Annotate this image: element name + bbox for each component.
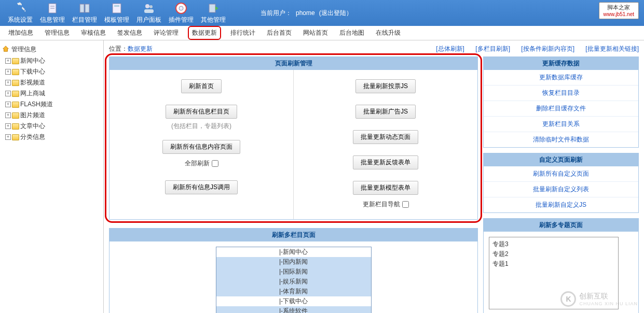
user-label: 当前用户： bbox=[261, 9, 292, 18]
folder-icon bbox=[12, 91, 19, 97]
tree-item-download[interactable]: +下载中心 bbox=[2, 66, 101, 77]
submenu-manage[interactable]: 管理信息 bbox=[43, 27, 72, 39]
svg-marker-14 bbox=[3, 46, 9, 52]
tree-item-video[interactable]: +影视频道 bbox=[2, 77, 101, 88]
list-item[interactable]: |-系统软件 bbox=[216, 306, 371, 313]
folder-icon bbox=[12, 134, 19, 140]
btn-refresh-all-cols[interactable]: 刷新所有信息栏目页 bbox=[166, 105, 237, 119]
expander-icon[interactable]: + bbox=[5, 112, 11, 118]
submenu-rank[interactable]: 排行统计 bbox=[228, 27, 257, 39]
users-icon bbox=[143, 2, 155, 15]
label-update-nav: 更新栏目导航 bbox=[363, 201, 400, 208]
top-right-links: [总体刷新] [多栏目刷新] [按条件刷新内容页] [批量更新相关链接] bbox=[427, 45, 639, 53]
btn-refresh-home[interactable]: 刷新首页 bbox=[181, 79, 222, 93]
submenu-admin-home[interactable]: 后台首页 bbox=[265, 27, 294, 39]
folder-icon bbox=[12, 102, 19, 108]
expander-icon[interactable]: + bbox=[5, 91, 11, 96]
tool-system[interactable]: 系统设置 bbox=[4, 1, 36, 25]
folder-icon bbox=[12, 58, 19, 64]
link-refresh-custom-pages[interactable]: 刷新所有自定义页面 bbox=[484, 166, 638, 181]
logout-link[interactable]: (退出登陆） bbox=[319, 9, 352, 18]
link-all-refresh[interactable]: [总体刷新] bbox=[436, 45, 464, 52]
btn-batch-feedback[interactable]: 批量更新反馈表单 bbox=[353, 155, 418, 169]
btn-refresh-all-js[interactable]: 刷新所有信息JS调用 bbox=[165, 180, 238, 194]
submenu-issue[interactable]: 签发信息 bbox=[115, 27, 144, 39]
btn-batch-dynamic[interactable]: 批量更新动态页面 bbox=[353, 130, 418, 144]
submenu-comment[interactable]: 评论管理 bbox=[152, 27, 181, 39]
expander-icon[interactable]: + bbox=[5, 123, 11, 129]
link-batch-custom-js[interactable]: 批量刷新自定义JS bbox=[484, 197, 638, 212]
link-restore-col-dir[interactable]: 恢复栏目目录 bbox=[484, 85, 638, 101]
custom-panel-title: 自定义页面刷新 bbox=[484, 153, 638, 166]
link-update-db-cache[interactable]: 更新数据库缓存 bbox=[484, 70, 638, 85]
submenu-data-update[interactable]: 数据更新 bbox=[188, 26, 221, 40]
site-logo-url: www.jb51.net bbox=[604, 11, 634, 18]
columns-icon bbox=[78, 2, 91, 15]
tool-users[interactable]: 用户面板 bbox=[133, 1, 165, 25]
list-item[interactable]: 专题3 bbox=[492, 239, 615, 249]
expander-icon[interactable]: + bbox=[5, 134, 11, 140]
tree-item-news[interactable]: +新闻中心 bbox=[2, 55, 101, 66]
content: 位置：数据更新 [总体刷新] [多栏目刷新] [按条件刷新内容页] [批量更新相… bbox=[104, 40, 644, 313]
tree-item-classify[interactable]: +分类信息 bbox=[2, 132, 101, 143]
expander-icon[interactable]: + bbox=[5, 58, 11, 64]
expander-icon[interactable]: + bbox=[5, 69, 11, 75]
user-name: phome bbox=[296, 9, 315, 17]
tree-item-pic[interactable]: +图片频道 bbox=[2, 110, 101, 121]
site-logo[interactable]: 脚本之家 www.jb51.net bbox=[599, 2, 639, 19]
list-item[interactable]: |-下载中心 bbox=[216, 296, 371, 306]
label-all-refresh: 全部刷新 bbox=[185, 160, 210, 167]
list-item[interactable]: |-娱乐新闻 bbox=[216, 277, 371, 287]
link-update-col-rel[interactable]: 更新栏目关系 bbox=[484, 116, 638, 132]
link-batch-custom-list[interactable]: 批量刷新自定义列表 bbox=[484, 181, 638, 197]
expander-icon[interactable]: + bbox=[5, 102, 11, 107]
folder-icon bbox=[12, 123, 19, 130]
multi-col-listbox[interactable]: |-新闻中心 |-国内新闻 |-国际新闻 |-娱乐新闻 |-体育新闻 |-下载中… bbox=[216, 247, 372, 313]
watermark: K 创新互联 CHUANG XIN HU LIAN bbox=[560, 291, 638, 307]
tool-plugins[interactable]: 插件管理 bbox=[165, 1, 197, 25]
submenu-audit[interactable]: 审核信息 bbox=[79, 27, 108, 39]
svg-rect-12 bbox=[209, 4, 215, 12]
list-item[interactable]: 专题1 bbox=[492, 259, 615, 269]
list-item[interactable]: 专题2 bbox=[492, 249, 615, 259]
submenu-upgrade[interactable]: 在线升级 bbox=[374, 27, 403, 39]
checkbox-update-nav[interactable] bbox=[402, 201, 409, 208]
list-item[interactable]: |-新闻中心 bbox=[216, 247, 371, 257]
top-toolbar: 系统设置 信息管理 栏目管理 模板管理 用户面板 插件管理 其他管理 当前用户：… bbox=[0, 0, 644, 26]
link-batch-related[interactable]: [批量更新相关链接] bbox=[585, 45, 639, 52]
link-multicol-refresh[interactable]: [多栏目刷新] bbox=[475, 45, 510, 52]
tool-columns[interactable]: 栏目管理 bbox=[68, 1, 101, 25]
link-del-col-cache[interactable]: 删除栏目缓存文件 bbox=[484, 101, 638, 116]
btn-batch-ad-js[interactable]: 批量刷新广告JS bbox=[355, 105, 416, 119]
link-cond-refresh[interactable]: [按条件刷新内容页] bbox=[521, 45, 574, 52]
template-icon bbox=[111, 2, 123, 15]
svg-rect-9 bbox=[144, 9, 154, 13]
list-item[interactable]: |-国内新闻 bbox=[216, 257, 371, 267]
tree-item-article[interactable]: +文章中心 bbox=[2, 121, 101, 132]
sub-menu: 增加信息 管理信息 审核信息 签发信息 评论管理 数据更新 排行统计 后台首页 … bbox=[0, 26, 644, 40]
submenu-sitemap[interactable]: 后台地图 bbox=[337, 27, 366, 39]
hint-cols: (包括栏目，专题列表) bbox=[115, 122, 288, 131]
checkbox-all-refresh[interactable] bbox=[212, 160, 218, 167]
tool-info[interactable]: 信息管理 bbox=[36, 1, 68, 25]
link-clear-temp[interactable]: 清除临时文件和数据 bbox=[484, 132, 638, 147]
list-item[interactable]: |-体育新闻 bbox=[216, 287, 371, 296]
breadcrumb: 位置：数据更新 bbox=[109, 45, 153, 53]
tool-template[interactable]: 模板管理 bbox=[101, 1, 133, 25]
svg-rect-4 bbox=[85, 4, 89, 12]
breadcrumb-current[interactable]: 数据更新 bbox=[128, 45, 153, 52]
btn-batch-vote-js[interactable]: 批量刷新投票JS bbox=[355, 79, 416, 93]
submenu-add[interactable]: 增加信息 bbox=[6, 27, 35, 39]
tool-other[interactable]: 其他管理 bbox=[197, 1, 229, 25]
expander-icon[interactable]: + bbox=[5, 80, 11, 86]
list-item[interactable]: |-国际新闻 bbox=[216, 267, 371, 277]
folder-icon bbox=[12, 80, 19, 86]
tree-item-shop[interactable]: +网上商城 bbox=[2, 88, 101, 99]
tree-item-flash[interactable]: +FLASH频道 bbox=[2, 99, 101, 110]
breadcrumb-row: 位置：数据更新 [总体刷新] [多栏目刷新] [按条件刷新内容页] [批量更新相… bbox=[109, 45, 639, 53]
user-block: 当前用户： phome (退出登陆） bbox=[261, 9, 352, 18]
svg-rect-6 bbox=[114, 5, 119, 7]
submenu-site-home[interactable]: 网站首页 bbox=[301, 27, 330, 39]
btn-refresh-all-content[interactable]: 刷新所有信息内容页面 bbox=[162, 140, 240, 154]
btn-batch-model[interactable]: 批量更新模型表单 bbox=[353, 181, 418, 195]
